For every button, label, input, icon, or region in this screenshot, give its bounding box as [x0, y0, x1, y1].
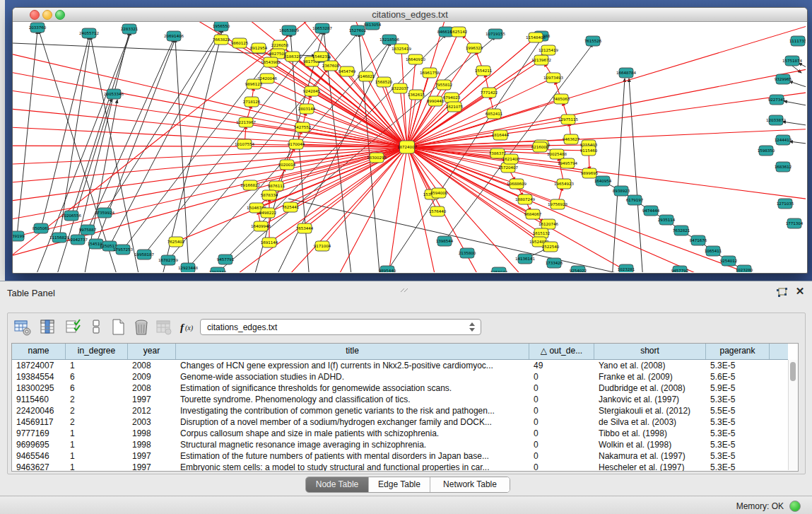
graph-node[interactable]: 1546231 — [312, 52, 330, 62]
graph-node[interactable]: 9498222 — [259, 208, 277, 218]
function-builder-button[interactable]: f (x) — [177, 317, 199, 338]
graph-node[interactable]: 1292344 — [209, 267, 227, 272]
graph-node[interactable]: 18807249 — [515, 194, 535, 204]
graph-node[interactable]: 9242845 — [303, 86, 321, 96]
graph-node[interactable]: 16053809 — [279, 25, 299, 35]
graph-node[interactable]: 2283321 — [121, 24, 139, 34]
float-panel-button[interactable] — [776, 287, 789, 298]
graph-node[interactable]: 17957253 — [113, 245, 133, 255]
graph-node[interactable]: 6852411 — [486, 109, 503, 119]
column-header-in_degree[interactable]: in_degree — [66, 344, 128, 359]
graph-node[interactable]: 10653287 — [312, 23, 332, 33]
table-row[interactable]: 911546021997Tourette syndrome. Phenomeno… — [12, 394, 788, 405]
graph-node[interactable]: 18543982 — [261, 57, 281, 67]
table-selector-dropdown[interactable]: citations_edges.txt — [200, 319, 481, 335]
graph-node[interactable]: 1362615 — [408, 90, 425, 100]
network-canvas[interactable]: 2033760240557122283321206914061956550160… — [13, 22, 806, 272]
graph-node[interactable]: 10107554 — [235, 139, 254, 149]
graph-node[interactable]: 10719155 — [486, 29, 505, 39]
table-row[interactable]: 2242004622012Investigating the contribut… — [12, 405, 788, 416]
graph-node[interactable]: 17359924 — [95, 208, 114, 218]
graph-node[interactable]: 1733426 — [546, 258, 563, 268]
graph-node[interactable]: 12975115 — [558, 115, 578, 124]
graph-node[interactable]: 9876111 — [268, 181, 286, 191]
graph-node[interactable]: 11156829 — [49, 233, 69, 243]
graph-node[interactable]: 4594000 — [430, 188, 448, 198]
graph-node[interactable]: 939199 — [13, 231, 25, 241]
graph-node[interactable]: 1576440 — [429, 206, 447, 216]
graph-node[interactable]: 16648784 — [616, 68, 636, 78]
graph-node[interactable]: 12125419 — [539, 45, 558, 55]
graph-node[interactable]: 7771422 — [481, 88, 498, 98]
vertical-scrollbar[interactable] — [788, 360, 798, 470]
graph-node[interactable]: 9463627 — [563, 134, 580, 144]
graph-node[interactable]: 2020014 — [278, 160, 296, 170]
graph-node[interactable]: 19495794 — [558, 158, 577, 168]
graph-node[interactable]: 9254022 — [570, 266, 587, 272]
table-row[interactable]: 946554611997Estimation of the future num… — [12, 450, 788, 462]
graph-node[interactable]: 1023280 — [736, 265, 753, 272]
tab-edge-table[interactable]: Edge Table — [368, 477, 430, 492]
graph-node[interactable]: 1621075 — [446, 102, 464, 112]
graph-node[interactable]: 8938923 — [613, 186, 630, 196]
graph-node[interactable]: 9975887 — [79, 225, 97, 235]
graph-node[interactable]: 1244413 — [775, 135, 792, 145]
graph-node[interactable]: 1527602 — [349, 25, 367, 35]
graph-node[interactable]: 8912954 — [250, 43, 268, 53]
graph-node[interactable]: 9684067 — [524, 209, 542, 219]
graph-node[interactable]: 2803144 — [298, 104, 316, 114]
graph-node[interactable]: 8454749 — [339, 66, 356, 76]
graph-node[interactable]: 1683612 — [775, 162, 792, 172]
graph-node[interactable]: 1691144 — [261, 238, 278, 247]
graph-node[interactable]: 19654923 — [554, 179, 574, 189]
table-options-button[interactable] — [12, 317, 33, 338]
graph-node[interactable]: 16120746 — [539, 219, 558, 229]
graph-node[interactable]: 7485063 — [553, 94, 570, 104]
graph-node[interactable]: 1111733 — [789, 36, 806, 46]
show-column-button[interactable] — [37, 317, 59, 338]
table-row[interactable]: 1456911722003Disruption of a novel membe… — [12, 416, 788, 428]
graph-node[interactable]: 7615526 — [584, 36, 602, 46]
graph-node[interactable]: 9115460 — [580, 146, 598, 156]
tab-network-table[interactable]: Network Table — [430, 477, 510, 492]
graph-node[interactable]: 6216000 — [531, 142, 549, 152]
graph-node[interactable]: 1554211 — [475, 66, 493, 76]
column-header-title[interactable]: title — [176, 344, 529, 359]
graph-node[interactable]: 9254012 — [720, 256, 738, 266]
select-rows-button[interactable] — [63, 317, 84, 338]
graph-node[interactable]: 24055712 — [79, 28, 99, 38]
graph-node[interactable]: 19958187 — [134, 250, 154, 259]
graph-node[interactable]: 8322037 — [392, 83, 409, 93]
delete-table-button[interactable] — [153, 317, 175, 338]
graph-node[interactable]: 12139672 — [531, 55, 551, 65]
graph-node[interactable]: 1023281 — [618, 264, 635, 272]
graph-node[interactable]: 7632821 — [673, 226, 690, 235]
graph-node[interactable]: 14136141 — [515, 254, 535, 264]
graph-node[interactable]: 9227341 — [768, 95, 786, 105]
graph-node[interactable]: 9170044 — [288, 139, 305, 149]
column-header-pagerank[interactable]: pagerank — [706, 344, 770, 359]
graph-node[interactable]: 12923448 — [178, 263, 198, 272]
graph-node[interactable]: 11548408 — [526, 33, 546, 42]
graph-node[interactable]: 12042737 — [68, 235, 88, 245]
graph-node[interactable]: 6794023 — [443, 93, 461, 103]
graph-node[interactable]: 1598350 — [758, 146, 775, 156]
graph-node[interactable]: 19166822 — [240, 180, 260, 190]
table-row[interactable]: 1830029562008Estimation of significance … — [12, 382, 788, 394]
splitpane-grip-icon[interactable] — [400, 283, 410, 288]
graph-node[interactable]: 8813054 — [364, 22, 382, 30]
graph-node[interactable]: 2718126 — [243, 97, 261, 107]
graph-node[interactable]: 2522540 — [542, 242, 560, 252]
graph-node[interactable]: 8471676 — [690, 235, 707, 245]
graph-node[interactable]: 9146821 — [358, 71, 375, 81]
graph-node[interactable]: 5878334 — [261, 190, 278, 200]
graph-node[interactable]: 1398544 — [436, 236, 454, 246]
graph-node[interactable]: 20206556 — [61, 211, 81, 221]
graph-node[interactable]: 2367608 — [322, 61, 340, 71]
graph-hub-node[interactable]: 18724007 — [397, 141, 417, 153]
graph-node[interactable]: 1568520 — [375, 77, 393, 87]
graph-node[interactable]: 15751874 — [782, 56, 802, 66]
graph-node[interactable]: 1065411 — [705, 246, 722, 256]
scrollbar-thumb[interactable] — [790, 362, 796, 381]
graph-node[interactable]: 9899695 — [581, 168, 599, 178]
